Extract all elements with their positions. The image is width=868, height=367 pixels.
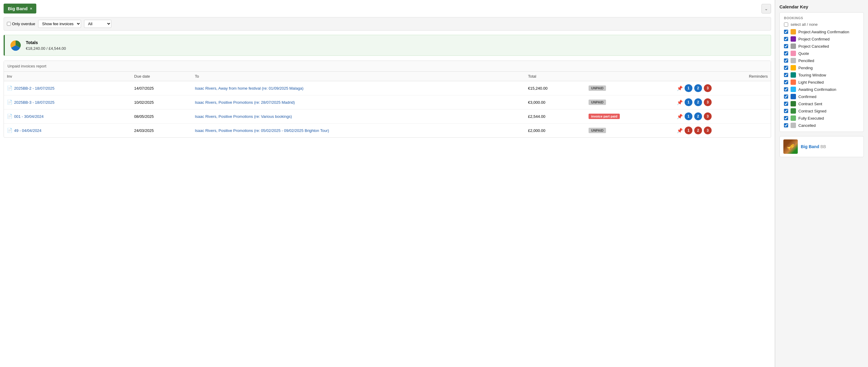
reminder-circle-3[interactable]: 3 <box>704 127 712 134</box>
calendar-key-section: Calendar Key BOOKINGS select all / none … <box>779 4 864 132</box>
key-items-container: Project Awaiting Confirmation Project Co… <box>784 29 859 128</box>
key-checkbox-4[interactable] <box>784 59 788 63</box>
doc-icon: 📄 <box>7 100 12 105</box>
key-checkbox-0[interactable] <box>784 30 788 34</box>
artist-box: 🎺 Big BandBB <box>779 136 864 157</box>
key-color-box <box>790 87 796 92</box>
due-date-cell: 14/07/2025 <box>131 81 192 95</box>
key-checkbox-13[interactable] <box>784 123 788 127</box>
pie-chart-icon <box>10 39 22 51</box>
to-link[interactable]: Isaac Rivers, Positive Promotions (re: 2… <box>195 100 295 105</box>
pin-icon[interactable]: 📌 <box>677 114 683 119</box>
reminders-cell: 📌 123 <box>674 95 771 109</box>
select-all-checkbox[interactable] <box>784 23 788 27</box>
key-color-box <box>790 29 796 34</box>
reminders-cell: 📌 123 <box>674 81 771 95</box>
reminder-circle-3[interactable]: 3 <box>704 84 712 92</box>
pin-icon[interactable]: 📌 <box>677 86 683 91</box>
to-link[interactable]: Isaac Rivers, Positive Promotions (re: 0… <box>195 128 329 133</box>
reminders-cell: 📌 123 <box>674 109 771 124</box>
key-color-box <box>790 101 796 106</box>
key-row: Project Awaiting Confirmation <box>784 29 859 34</box>
key-label: Confirmed <box>798 95 816 99</box>
key-checkbox-5[interactable] <box>784 66 788 70</box>
table-row: 📄 2025BB-2 - 18/07/2025 14/07/2025 Isaac… <box>4 81 771 95</box>
doc-icon: 📄 <box>7 114 12 119</box>
only-overdue-checkbox[interactable] <box>7 22 11 26</box>
artist-thumbnail: 🎺 <box>783 139 798 154</box>
key-label: Project Cancelled <box>798 44 829 48</box>
key-checkbox-9[interactable] <box>784 95 788 99</box>
inv-cell: 📄 2025BB-2 - 18/07/2025 <box>4 81 131 95</box>
key-label: Awaiting Confirmation <box>798 87 836 92</box>
reminder-circle-2[interactable]: 2 <box>694 98 702 106</box>
reminder-circle-1[interactable]: 1 <box>685 112 692 120</box>
to-cell: Isaac Rivers, Positive Promotions (re: 0… <box>192 124 525 138</box>
inv-cell: 📄 49 - 04/04/2024 <box>4 124 131 138</box>
to-link[interactable]: Isaac Rivers, Away from home festival (r… <box>195 86 304 91</box>
show-fee-select[interactable]: Show fee invoices Show all invoices Hide… <box>38 20 81 28</box>
key-checkbox-3[interactable] <box>784 51 788 56</box>
key-checkbox-6[interactable] <box>784 73 788 77</box>
key-color-box <box>790 72 796 78</box>
reminder-circle-3[interactable]: 3 <box>704 98 712 106</box>
to-cell: Isaac Rivers, Away from home festival (r… <box>192 81 525 95</box>
key-color-box <box>790 94 796 99</box>
table-row: 📄 2025BB-3 - 18/07/2025 10/02/2025 Isaac… <box>4 95 771 109</box>
inv-link[interactable]: 📄 001 - 30/04/2024 <box>7 114 128 119</box>
key-checkbox-2[interactable] <box>784 44 788 48</box>
reminder-circle-1[interactable]: 1 <box>685 127 692 134</box>
invoice-section: Unpaid invoices report Inv Due date To T… <box>4 61 771 138</box>
inv-link[interactable]: 📄 49 - 04/04/2024 <box>7 128 128 133</box>
table-row: 📄 49 - 04/04/2024 24/03/2025 Isaac River… <box>4 124 771 138</box>
key-row: Confirmed <box>784 94 859 99</box>
key-checkbox-10[interactable] <box>784 102 788 106</box>
doc-icon: 📄 <box>7 128 12 133</box>
status-badge: UNPAID <box>589 100 606 105</box>
reminder-circle-2[interactable]: 2 <box>694 127 702 134</box>
due-date-cell: 24/03/2025 <box>131 124 192 138</box>
artist-name[interactable]: Big Band <box>801 144 819 149</box>
to-link[interactable]: Isaac Rivers, Positive Promotions (re: V… <box>195 114 292 119</box>
key-color-box <box>790 36 796 42</box>
key-row: Touring Window <box>784 72 859 78</box>
key-row: Pencilled <box>784 58 859 63</box>
key-row: Contract Signed <box>784 108 859 114</box>
key-checkbox-8[interactable] <box>784 87 788 92</box>
key-row: Contract Sent <box>784 101 859 106</box>
left-panel: Big Band × ⌄ Only overdue Show fee invoi… <box>0 0 775 367</box>
inv-link[interactable]: 📄 2025BB-2 - 18/07/2025 <box>7 86 128 91</box>
key-checkbox-11[interactable] <box>784 109 788 113</box>
key-checkbox-7[interactable] <box>784 80 788 84</box>
key-row: Light Pencilled <box>784 79 859 85</box>
reminder-circle-3[interactable]: 3 <box>704 112 712 120</box>
col-total: Total <box>525 72 586 81</box>
reminder-circle-1[interactable]: 1 <box>685 98 692 106</box>
status-cell: invoice part paid <box>586 109 674 124</box>
pin-icon[interactable]: 📌 <box>677 100 683 105</box>
reminder-circle-2[interactable]: 2 <box>694 112 702 120</box>
key-checkbox-12[interactable] <box>784 116 788 120</box>
key-label: Contract Signed <box>798 109 826 113</box>
key-label: Pencilled <box>798 59 814 63</box>
pin-icon[interactable]: 📌 <box>677 128 683 133</box>
status-cell: UNPAID <box>586 81 674 95</box>
reminder-circle-1[interactable]: 1 <box>685 84 692 92</box>
calendar-key-box: BOOKINGS select all / none Project Await… <box>779 12 864 132</box>
key-color-box <box>790 65 796 70</box>
band-tag[interactable]: Big Band × <box>4 4 36 13</box>
chevron-down-button[interactable]: ⌄ <box>762 4 771 13</box>
reminder-cell: 📌 123 <box>677 84 768 92</box>
key-label: Contract Sent <box>798 102 823 106</box>
inv-link[interactable]: 📄 2025BB-3 - 18/07/2025 <box>7 100 128 105</box>
all-filter-select[interactable]: All Unpaid Part paid Paid <box>84 20 111 28</box>
band-tag-close[interactable]: × <box>30 6 32 11</box>
key-color-box <box>790 108 796 114</box>
key-row: Cancelled <box>784 123 859 128</box>
key-checkbox-1[interactable] <box>784 37 788 41</box>
calendar-key-title: Calendar Key <box>779 4 864 9</box>
select-all-row[interactable]: select all / none <box>784 22 859 27</box>
col-reminders: Reminders <box>674 72 771 81</box>
only-overdue-label[interactable]: Only overdue <box>7 22 35 26</box>
reminder-circle-2[interactable]: 2 <box>694 84 702 92</box>
